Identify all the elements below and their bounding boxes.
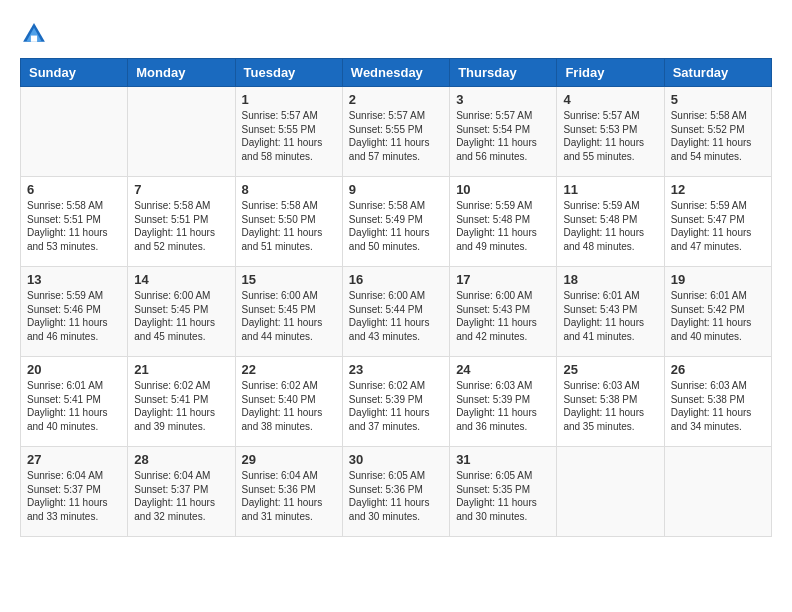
day-info: Sunrise: 5:57 AM Sunset: 5:54 PM Dayligh… [456, 109, 550, 163]
day-info: Sunrise: 5:57 AM Sunset: 5:55 PM Dayligh… [349, 109, 443, 163]
day-info: Sunrise: 5:57 AM Sunset: 5:55 PM Dayligh… [242, 109, 336, 163]
day-number: 2 [349, 92, 443, 107]
day-info: Sunrise: 5:58 AM Sunset: 5:50 PM Dayligh… [242, 199, 336, 253]
calendar-cell: 16Sunrise: 6:00 AM Sunset: 5:44 PM Dayli… [342, 267, 449, 357]
calendar-cell: 20Sunrise: 6:01 AM Sunset: 5:41 PM Dayli… [21, 357, 128, 447]
calendar-cell: 8Sunrise: 5:58 AM Sunset: 5:50 PM Daylig… [235, 177, 342, 267]
calendar-cell [557, 447, 664, 537]
day-info: Sunrise: 6:01 AM Sunset: 5:41 PM Dayligh… [27, 379, 121, 433]
calendar-cell: 4Sunrise: 5:57 AM Sunset: 5:53 PM Daylig… [557, 87, 664, 177]
day-info: Sunrise: 5:59 AM Sunset: 5:48 PM Dayligh… [563, 199, 657, 253]
calendar-cell: 24Sunrise: 6:03 AM Sunset: 5:39 PM Dayli… [450, 357, 557, 447]
day-number: 21 [134, 362, 228, 377]
day-info: Sunrise: 6:00 AM Sunset: 5:45 PM Dayligh… [134, 289, 228, 343]
day-info: Sunrise: 5:57 AM Sunset: 5:53 PM Dayligh… [563, 109, 657, 163]
day-number: 29 [242, 452, 336, 467]
day-info: Sunrise: 6:04 AM Sunset: 5:37 PM Dayligh… [27, 469, 121, 523]
day-number: 14 [134, 272, 228, 287]
day-number: 25 [563, 362, 657, 377]
day-number: 23 [349, 362, 443, 377]
calendar-cell: 6Sunrise: 5:58 AM Sunset: 5:51 PM Daylig… [21, 177, 128, 267]
calendar-cell: 19Sunrise: 6:01 AM Sunset: 5:42 PM Dayli… [664, 267, 771, 357]
day-number: 9 [349, 182, 443, 197]
day-info: Sunrise: 6:00 AM Sunset: 5:45 PM Dayligh… [242, 289, 336, 343]
day-number: 18 [563, 272, 657, 287]
day-info: Sunrise: 6:02 AM Sunset: 5:40 PM Dayligh… [242, 379, 336, 433]
day-number: 20 [27, 362, 121, 377]
calendar-cell: 10Sunrise: 5:59 AM Sunset: 5:48 PM Dayli… [450, 177, 557, 267]
calendar-cell [128, 87, 235, 177]
calendar-cell: 25Sunrise: 6:03 AM Sunset: 5:38 PM Dayli… [557, 357, 664, 447]
day-number: 16 [349, 272, 443, 287]
day-number: 26 [671, 362, 765, 377]
day-info: Sunrise: 6:02 AM Sunset: 5:41 PM Dayligh… [134, 379, 228, 433]
page-header [20, 20, 772, 48]
header-wednesday: Wednesday [342, 59, 449, 87]
day-number: 31 [456, 452, 550, 467]
calendar-week-row: 6Sunrise: 5:58 AM Sunset: 5:51 PM Daylig… [21, 177, 772, 267]
day-number: 3 [456, 92, 550, 107]
day-info: Sunrise: 6:05 AM Sunset: 5:35 PM Dayligh… [456, 469, 550, 523]
calendar-cell: 17Sunrise: 6:00 AM Sunset: 5:43 PM Dayli… [450, 267, 557, 357]
day-info: Sunrise: 5:58 AM Sunset: 5:52 PM Dayligh… [671, 109, 765, 163]
calendar-cell: 21Sunrise: 6:02 AM Sunset: 5:41 PM Dayli… [128, 357, 235, 447]
calendar-cell [21, 87, 128, 177]
calendar-week-row: 20Sunrise: 6:01 AM Sunset: 5:41 PM Dayli… [21, 357, 772, 447]
calendar-cell: 27Sunrise: 6:04 AM Sunset: 5:37 PM Dayli… [21, 447, 128, 537]
svg-rect-2 [31, 36, 37, 42]
day-info: Sunrise: 6:04 AM Sunset: 5:37 PM Dayligh… [134, 469, 228, 523]
calendar-cell: 30Sunrise: 6:05 AM Sunset: 5:36 PM Dayli… [342, 447, 449, 537]
calendar-week-row: 27Sunrise: 6:04 AM Sunset: 5:37 PM Dayli… [21, 447, 772, 537]
day-info: Sunrise: 5:58 AM Sunset: 5:49 PM Dayligh… [349, 199, 443, 253]
calendar-cell: 2Sunrise: 5:57 AM Sunset: 5:55 PM Daylig… [342, 87, 449, 177]
calendar-cell: 26Sunrise: 6:03 AM Sunset: 5:38 PM Dayli… [664, 357, 771, 447]
day-info: Sunrise: 6:03 AM Sunset: 5:38 PM Dayligh… [563, 379, 657, 433]
logo-icon [20, 20, 48, 48]
header-saturday: Saturday [664, 59, 771, 87]
header-sunday: Sunday [21, 59, 128, 87]
calendar-cell: 18Sunrise: 6:01 AM Sunset: 5:43 PM Dayli… [557, 267, 664, 357]
day-info: Sunrise: 6:03 AM Sunset: 5:38 PM Dayligh… [671, 379, 765, 433]
calendar-cell: 31Sunrise: 6:05 AM Sunset: 5:35 PM Dayli… [450, 447, 557, 537]
calendar-week-row: 13Sunrise: 5:59 AM Sunset: 5:46 PM Dayli… [21, 267, 772, 357]
day-info: Sunrise: 5:59 AM Sunset: 5:48 PM Dayligh… [456, 199, 550, 253]
day-number: 4 [563, 92, 657, 107]
calendar-cell: 5Sunrise: 5:58 AM Sunset: 5:52 PM Daylig… [664, 87, 771, 177]
day-number: 11 [563, 182, 657, 197]
calendar-cell: 9Sunrise: 5:58 AM Sunset: 5:49 PM Daylig… [342, 177, 449, 267]
day-number: 10 [456, 182, 550, 197]
day-info: Sunrise: 6:00 AM Sunset: 5:44 PM Dayligh… [349, 289, 443, 343]
calendar-cell: 28Sunrise: 6:04 AM Sunset: 5:37 PM Dayli… [128, 447, 235, 537]
day-info: Sunrise: 5:58 AM Sunset: 5:51 PM Dayligh… [27, 199, 121, 253]
day-number: 1 [242, 92, 336, 107]
header-thursday: Thursday [450, 59, 557, 87]
calendar-cell: 11Sunrise: 5:59 AM Sunset: 5:48 PM Dayli… [557, 177, 664, 267]
header-friday: Friday [557, 59, 664, 87]
header-monday: Monday [128, 59, 235, 87]
calendar-week-row: 1Sunrise: 5:57 AM Sunset: 5:55 PM Daylig… [21, 87, 772, 177]
header-tuesday: Tuesday [235, 59, 342, 87]
day-info: Sunrise: 5:58 AM Sunset: 5:51 PM Dayligh… [134, 199, 228, 253]
calendar-cell: 1Sunrise: 5:57 AM Sunset: 5:55 PM Daylig… [235, 87, 342, 177]
day-info: Sunrise: 6:03 AM Sunset: 5:39 PM Dayligh… [456, 379, 550, 433]
day-number: 8 [242, 182, 336, 197]
day-number: 13 [27, 272, 121, 287]
day-number: 15 [242, 272, 336, 287]
calendar-cell: 7Sunrise: 5:58 AM Sunset: 5:51 PM Daylig… [128, 177, 235, 267]
calendar-cell [664, 447, 771, 537]
day-number: 12 [671, 182, 765, 197]
day-info: Sunrise: 6:05 AM Sunset: 5:36 PM Dayligh… [349, 469, 443, 523]
calendar-cell: 15Sunrise: 6:00 AM Sunset: 5:45 PM Dayli… [235, 267, 342, 357]
day-number: 17 [456, 272, 550, 287]
calendar-cell: 29Sunrise: 6:04 AM Sunset: 5:36 PM Dayli… [235, 447, 342, 537]
day-info: Sunrise: 6:01 AM Sunset: 5:42 PM Dayligh… [671, 289, 765, 343]
calendar-cell: 14Sunrise: 6:00 AM Sunset: 5:45 PM Dayli… [128, 267, 235, 357]
calendar-cell: 23Sunrise: 6:02 AM Sunset: 5:39 PM Dayli… [342, 357, 449, 447]
day-number: 24 [456, 362, 550, 377]
day-info: Sunrise: 6:02 AM Sunset: 5:39 PM Dayligh… [349, 379, 443, 433]
day-number: 30 [349, 452, 443, 467]
day-number: 28 [134, 452, 228, 467]
day-number: 7 [134, 182, 228, 197]
calendar-header-row: SundayMondayTuesdayWednesdayThursdayFrid… [21, 59, 772, 87]
day-number: 27 [27, 452, 121, 467]
